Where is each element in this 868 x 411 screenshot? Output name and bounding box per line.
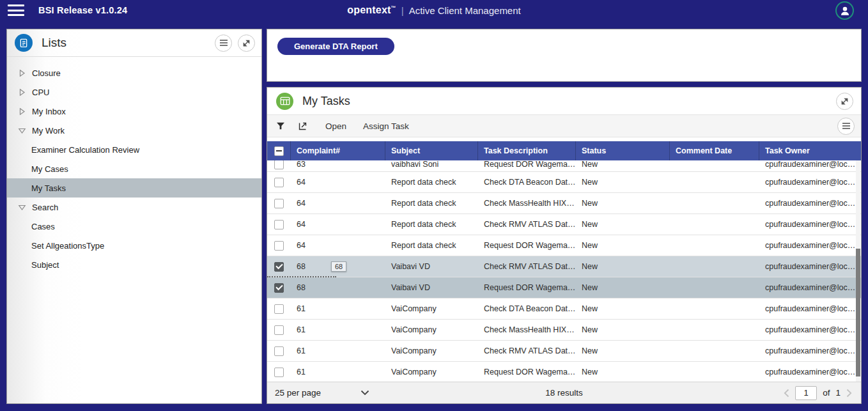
tree-item-cpu[interactable]: CPU: [7, 82, 261, 102]
table-row[interactable]: 61 VaiCompany Request DOR Wagema… New cp…: [267, 362, 861, 383]
cell-subject: Vaibavi VD: [385, 256, 478, 277]
cell-status: New: [576, 277, 670, 298]
row-checkbox[interactable]: [267, 362, 291, 382]
cell-status: New: [576, 362, 670, 382]
cell-subject: Vaibavi VD: [385, 277, 478, 298]
next-page-icon[interactable]: [846, 389, 852, 398]
page-size-select[interactable]: 25 per page: [275, 388, 369, 398]
column-header-status[interactable]: Status: [576, 141, 670, 160]
brand-separator: |: [401, 5, 404, 16]
tree-item-label: Examiner Calculation Review: [31, 145, 139, 155]
table-body: 63 vaibhavi Soni Request DOR Wagema… New…: [267, 160, 861, 383]
row-checkbox[interactable]: [267, 172, 291, 192]
table-row[interactable]: 61 VaiCompany Check RMV ATLAS Dat… New c…: [267, 341, 861, 362]
filter-icon[interactable]: [274, 119, 288, 133]
cell-comment-date: [670, 256, 759, 277]
lists-menu-icon[interactable]: [215, 35, 232, 52]
row-checkbox[interactable]: [267, 193, 291, 213]
tree-item-label: My Work: [32, 126, 65, 136]
of-label: of: [823, 388, 830, 398]
tree-item-my-work[interactable]: My Work: [7, 121, 261, 140]
row-checkbox[interactable]: [267, 320, 291, 340]
table-row[interactable]: 61 VaiCompany Check DTA Beacon Dat… New …: [267, 299, 861, 320]
prev-page-icon[interactable]: [784, 389, 789, 398]
tree-item-subject[interactable]: Subject: [7, 255, 261, 274]
row-checkbox[interactable]: [267, 299, 291, 319]
tree-item-label: My Inbox: [32, 107, 66, 116]
table-menu-icon[interactable]: [837, 118, 855, 135]
tree-item-search[interactable]: Search: [7, 198, 261, 217]
column-header-complaint[interactable]: Complaint#: [291, 141, 385, 160]
row-checkbox[interactable]: [267, 277, 291, 298]
top-navbar: BSI Release v1.0.24 opentext™ | Active C…: [0, 0, 868, 20]
table-row[interactable]: 64 Report data check Check DTA Beacon Da…: [267, 172, 861, 193]
cell-complaint: 64: [291, 193, 385, 213]
cell-task-description: Check RMV ATLAS Dat…: [478, 256, 576, 277]
cell-task-description: Request DOR Wagema…: [478, 160, 576, 171]
table-row[interactable]: 68 Vaibavi VD Request DOR Wagema… New cp…: [267, 277, 861, 299]
tasks-expand-icon[interactable]: [836, 93, 853, 110]
cell-task-owner: cpufraudexaminer@loc…: [759, 256, 861, 277]
tree-item-examiner-calculation-review[interactable]: Examiner Calculation Review: [7, 140, 261, 159]
table-row[interactable]: 61 VaiCompany Check MassHealth HIX… New …: [267, 320, 861, 341]
cell-status: New: [576, 193, 670, 213]
open-button[interactable]: Open: [325, 121, 346, 131]
nav-menu-icon[interactable]: [8, 4, 24, 16]
cell-task-owner: cpufraudexaminer@loc…: [759, 362, 861, 382]
tree-item-set-allgeationstype[interactable]: Set AllgeationsType: [7, 236, 261, 255]
cell-task-description: Check RMV ATLAS Dat…: [478, 214, 576, 235]
cell-complaint: 64: [291, 235, 385, 256]
user-avatar-icon[interactable]: [835, 1, 854, 20]
table-row[interactable]: 64 Report data check Request DOR Wagema……: [267, 235, 861, 256]
table-row[interactable]: 68 68 Vaibavi VD Check RMV ATLAS Dat… Ne…: [267, 256, 861, 277]
tree-item-my-cases[interactable]: My Cases: [7, 159, 261, 178]
tree-item-label: My Tasks: [31, 183, 66, 193]
lists-expand-icon[interactable]: [238, 35, 255, 52]
row-checkbox[interactable]: [267, 160, 291, 171]
row-checkbox[interactable]: [267, 256, 291, 277]
table-row[interactable]: 64 Report data check Check RMV ATLAS Dat…: [267, 214, 861, 235]
row-checkbox[interactable]: [267, 235, 291, 256]
cell-subject: Report data check: [385, 193, 478, 213]
tree-item-cases[interactable]: Cases: [7, 217, 261, 236]
column-header-task-owner[interactable]: Task Owner: [759, 141, 861, 160]
selection-count-tooltip: 68: [331, 261, 346, 272]
brand-lockup: opentext™ | Active Client Management: [0, 0, 868, 20]
cell-subject: VaiCompany: [385, 299, 478, 319]
current-page-input[interactable]: 1: [795, 386, 817, 400]
select-all-checkbox[interactable]: [267, 141, 291, 160]
page-size-value: 25 per page: [275, 388, 321, 398]
open-in-new-icon[interactable]: [295, 119, 309, 133]
tree-item-label: Search: [32, 203, 58, 212]
column-header-subject[interactable]: Subject: [385, 141, 478, 160]
cell-comment-date: [670, 235, 759, 256]
cell-task-description: Request DOR Wagema…: [478, 235, 576, 256]
cell-status: New: [576, 341, 670, 361]
tree-item-closure[interactable]: Closure: [7, 63, 261, 82]
table-scrollbar[interactable]: [856, 160, 860, 383]
cell-task-owner: cpufraudexaminer@loc…: [759, 160, 861, 171]
cell-comment-date: [670, 362, 759, 382]
table-row[interactable]: 64 Report data check Check MassHealth HI…: [267, 193, 861, 214]
generate-dta-report-button[interactable]: Generate DTA Report: [277, 38, 394, 55]
cell-task-owner: cpufraudexaminer@loc…: [759, 235, 861, 256]
lists-icon: [15, 34, 33, 52]
cell-complaint: 68 68: [291, 256, 385, 277]
assign-task-button[interactable]: Assign Task: [363, 121, 409, 131]
cell-comment-date: [670, 299, 759, 319]
table-row[interactable]: 63 vaibhavi Soni Request DOR Wagema… New…: [267, 160, 861, 172]
column-header-comment-date[interactable]: Comment Date: [670, 141, 759, 160]
row-checkbox[interactable]: [267, 214, 291, 235]
cell-status: New: [576, 214, 670, 235]
tree-item-my-inbox[interactable]: My Inbox: [7, 102, 261, 121]
cell-subject: VaiCompany: [385, 320, 478, 340]
pagination: 1 of 1: [784, 386, 852, 400]
row-checkbox[interactable]: [267, 341, 291, 361]
scrollbar-thumb[interactable]: [856, 249, 860, 376]
cell-status: New: [576, 320, 670, 340]
cell-task-description: Check DTA Beacon Dat…: [478, 172, 576, 192]
tree-item-my-tasks[interactable]: My Tasks: [7, 178, 261, 198]
cell-comment-date: [670, 193, 759, 213]
cell-complaint: 61: [291, 299, 385, 319]
column-header-task-description[interactable]: Task Description: [478, 141, 576, 160]
